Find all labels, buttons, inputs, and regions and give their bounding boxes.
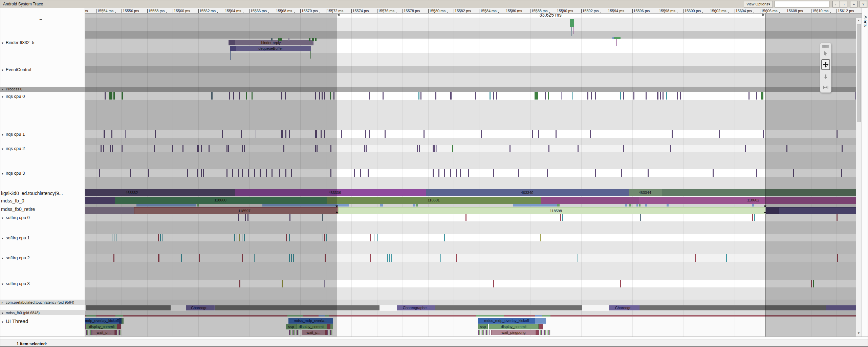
event-tick-irqs-cpu-0[interactable] — [211, 92, 213, 100]
slice-ui-thread-row-c[interactable] — [289, 330, 299, 335]
event-tick-softirq-cpu-2[interactable] — [391, 254, 392, 262]
event-tick-irqs-cpu-0[interactable] — [660, 92, 661, 100]
event-tick-binder-queue-ticks[interactable] — [288, 38, 289, 41]
sidebar-item-irqs-cpu-1[interactable]: ▾irqs cpu 1 — [2, 132, 25, 137]
event-tick-softirq-cpu-2[interactable] — [113, 254, 114, 262]
event-tick-irqs-cpu-0[interactable] — [369, 92, 370, 100]
event-tick-irqs-cpu-2[interactable] — [433, 145, 434, 152]
sidebar-item-irqs-cpu-0[interactable]: ▾irqs cpu 0 — [2, 94, 25, 99]
event-tick-irqs-cpu-2[interactable] — [434, 145, 435, 152]
event-tick-irqs-cpu-0[interactable] — [490, 92, 491, 100]
event-tick-irqs-cpu-2[interactable] — [103, 145, 104, 152]
slice-mdss-fb0-retire[interactable]: 118597 — [134, 207, 338, 214]
event-tick-irqs-cpu-0[interactable] — [229, 92, 230, 100]
expander-triangle-icon[interactable]: ▾ — [2, 257, 6, 260]
event-tick-irqs-cpu-1[interactable] — [281, 130, 283, 138]
slice-choreographer[interactable] — [215, 305, 379, 310]
forward-arrow-button[interactable]: → — [840, 1, 847, 7]
trace-mark[interactable] — [325, 315, 329, 317]
event-tick-softirq-cpu-1[interactable] — [114, 234, 114, 241]
event-tick-irqs-cpu-0[interactable] — [435, 92, 436, 100]
slice-ui-thread-row-b[interactable] — [539, 324, 543, 329]
event-tick-softirq-cpu-0[interactable] — [247, 214, 248, 221]
selection-boundary-line[interactable] — [337, 14, 337, 337]
event-tick-softirq-cpu-1[interactable] — [237, 234, 237, 241]
event-tick-irqs-cpu-1[interactable] — [315, 130, 317, 138]
event-tick-irqs-cpu-3[interactable] — [456, 169, 457, 177]
event-tick-irqs-cpu-0[interactable] — [383, 92, 384, 100]
event-tick-softirq-cpu-1[interactable] — [324, 234, 325, 241]
slice-ui-thread-row-c[interactable]: wait_pingpong — [491, 330, 536, 335]
slice-ui-thread-row-a[interactable]: mdss_mdp_overlay_kickoff — [478, 318, 535, 324]
event-tick-binder-queue-ticks[interactable] — [278, 38, 280, 41]
event-tick-softirq-cpu-3[interactable] — [620, 280, 621, 287]
slice-mdss-queue-strip[interactable] — [752, 204, 754, 207]
event-tick-irqs-cpu-1[interactable] — [719, 130, 720, 138]
event-tick-softirq-cpu-1[interactable] — [323, 234, 323, 241]
event-tick-irqs-cpu-2[interactable] — [112, 145, 113, 152]
event-tick-irqs-cpu-1[interactable] — [424, 130, 425, 138]
event-tick-irqs-cpu-1[interactable] — [155, 130, 156, 138]
event-tick-irqs-cpu-0[interactable] — [246, 92, 247, 100]
event-tick-irqs-cpu-1[interactable] — [285, 130, 286, 138]
event-tick-irqs-cpu-0[interactable] — [680, 92, 681, 100]
slice-mdss-queue-strip[interactable] — [513, 204, 557, 207]
sidebar-item-softirq-cpu-0[interactable]: ▾softirq cpu 0 — [2, 215, 30, 220]
sidebar-item-softirq-cpu-2[interactable]: ▾softirq cpu 2 — [2, 255, 30, 260]
expander-triangle-icon[interactable]: ▾ — [2, 311, 6, 315]
sidebar-item-process-0[interactable]: ▾Process 0 — [2, 87, 22, 91]
sidebar-item-softirq-cpu-1[interactable]: ▾softirq cpu 1 — [2, 235, 30, 240]
expander-triangle-icon[interactable]: ▾ — [2, 172, 6, 175]
event-tick-irqs-cpu-2[interactable] — [317, 145, 318, 152]
event-tick-irqs-cpu-0[interactable] — [450, 92, 452, 100]
vertical-scrollbar[interactable]: ▲ ▼ — [856, 18, 862, 337]
slice-mdss-fb0-retire[interactable]: 118598 — [338, 207, 765, 214]
event-tick-softirq-cpu-2[interactable] — [389, 254, 390, 262]
event-tick-irqs-cpu-3[interactable] — [238, 169, 239, 177]
event-tick-irqs-cpu-3[interactable] — [450, 169, 451, 177]
event-tick-softirq-cpu-3[interactable] — [493, 280, 494, 287]
event-tick-softirq-cpu-0[interactable] — [837, 214, 838, 221]
event-tick-irqs-cpu-1[interactable] — [321, 130, 322, 138]
slice-choreographer[interactable]: Choreogr... — [609, 305, 639, 310]
event-tick-irqs-cpu-3[interactable] — [493, 169, 494, 177]
slice-kgsl-3d0[interactable]: 463336 — [235, 189, 426, 196]
event-tick-irqs-cpu-0[interactable] — [561, 92, 562, 100]
event-tick-irqs-cpu-2[interactable] — [670, 145, 671, 152]
event-tick-irqs-cpu-1[interactable] — [365, 130, 366, 138]
trace-mark[interactable] — [571, 27, 572, 36]
expander-triangle-icon[interactable]: ▾ — [2, 237, 6, 240]
event-tick-binder-queue-ticks[interactable] — [315, 38, 317, 41]
slice-ui-thread-row-a[interactable]: mdp_overlay_kickoff — [85, 318, 119, 324]
event-tick-softirq-cpu-0[interactable] — [465, 214, 466, 221]
event-tick-irqs-cpu-3[interactable] — [648, 169, 649, 177]
event-tick-irqs-cpu-0[interactable] — [418, 92, 419, 100]
event-tick-irqs-cpu-0[interactable] — [239, 92, 240, 100]
trace-mark[interactable] — [573, 27, 573, 34]
event-tick-irqs-cpu-0[interactable] — [572, 92, 573, 100]
expander-triangle-icon[interactable]: ▸ — [2, 301, 6, 304]
event-tick-irqs-cpu-2[interactable] — [786, 145, 787, 152]
slice-mdss-queue-strip[interactable] — [629, 204, 631, 207]
event-tick-softirq-cpu-2[interactable] — [181, 254, 182, 262]
slice-mdss-queue-strip[interactable] — [416, 204, 418, 207]
event-tick-irqs-cpu-3[interactable] — [187, 169, 188, 177]
event-tick-irqs-cpu-0[interactable] — [595, 92, 596, 100]
sidebar-item-eventcontrol[interactable]: ▾EventControl — [2, 67, 31, 72]
scroll-up-icon[interactable]: ▲ — [857, 19, 860, 22]
slice-ui-thread-row-a[interactable] — [122, 318, 124, 324]
slice-ui-thread-row-b[interactable]: ssp — [286, 324, 296, 329]
slice-mdss-fb-0[interactable]: 118601 — [327, 197, 541, 204]
event-tick-softirq-cpu-1[interactable] — [326, 234, 327, 241]
event-tick-softirq-cpu-1[interactable] — [158, 234, 159, 241]
event-tick-irqs-cpu-3[interactable] — [621, 169, 622, 177]
event-tick-irqs-cpu-0[interactable] — [322, 92, 323, 100]
event-tick-softirq-cpu-1[interactable] — [377, 234, 378, 241]
event-tick-irqs-cpu-3[interactable] — [518, 169, 519, 177]
event-tick-irqs-cpu-3[interactable] — [272, 169, 273, 177]
event-tick-irqs-cpu-0[interactable] — [475, 92, 476, 100]
event-tick-irqs-cpu-0[interactable] — [285, 92, 286, 100]
event-tick-softirq-cpu-2[interactable] — [456, 254, 457, 262]
event-tick-irqs-cpu-1[interactable] — [125, 130, 126, 138]
sidebar-item-ui-thread[interactable]: ▾UI Thread — [2, 318, 28, 324]
